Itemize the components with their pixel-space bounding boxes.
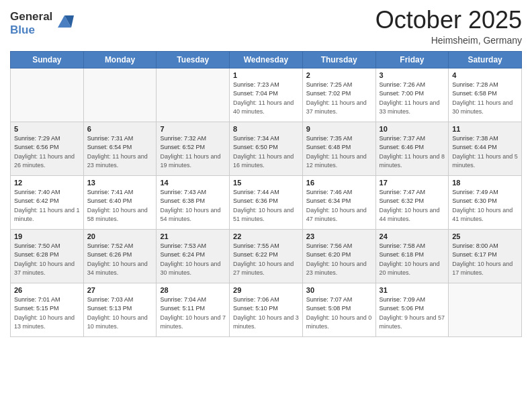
day-info: Sunrise: 7:28 AMSunset: 6:58 PMDaylight:… bbox=[452, 81, 518, 117]
day-number: 29 bbox=[233, 286, 299, 294]
day-header-monday: Monday bbox=[83, 51, 157, 68]
day-info: Sunrise: 7:37 AMSunset: 6:46 PMDaylight:… bbox=[380, 134, 445, 171]
day-number: 24 bbox=[380, 232, 445, 240]
logo-line1: General bbox=[10, 10, 52, 24]
day-header-saturday: Saturday bbox=[449, 51, 522, 68]
day-number: 4 bbox=[452, 71, 518, 79]
day-number: 11 bbox=[452, 125, 518, 133]
day-number: 7 bbox=[160, 125, 226, 133]
calendar-cell bbox=[11, 68, 84, 122]
calendar-cell: 29Sunrise: 7:06 AMSunset: 5:10 PMDayligh… bbox=[230, 283, 303, 336]
calendar-cell: 2Sunrise: 7:25 AMSunset: 7:02 PMDaylight… bbox=[302, 68, 375, 122]
day-number: 8 bbox=[233, 125, 299, 133]
day-info: Sunrise: 7:23 AMSunset: 7:04 PMDaylight:… bbox=[233, 81, 299, 117]
calendar-cell: 25Sunrise: 8:00 AMSunset: 6:17 PMDayligh… bbox=[449, 229, 522, 283]
day-number: 16 bbox=[306, 179, 372, 187]
calendar-table: SundayMondayTuesdayWednesdayThursdayFrid… bbox=[10, 51, 522, 337]
day-number: 23 bbox=[306, 232, 372, 240]
calendar-cell: 21Sunrise: 7:53 AMSunset: 6:24 PMDayligh… bbox=[157, 229, 230, 283]
calendar-cell: 12Sunrise: 7:40 AMSunset: 6:42 PMDayligh… bbox=[11, 175, 84, 229]
day-info: Sunrise: 7:44 AMSunset: 6:36 PMDaylight:… bbox=[233, 188, 299, 224]
day-number: 27 bbox=[87, 286, 153, 294]
day-info: Sunrise: 7:32 AMSunset: 6:52 PMDaylight:… bbox=[160, 134, 226, 171]
header: General Blue October 2025 Heimsheim, Ger… bbox=[10, 7, 522, 46]
calendar-page: General Blue October 2025 Heimsheim, Ger… bbox=[0, 0, 532, 411]
calendar-cell bbox=[83, 68, 157, 122]
calendar-cell: 30Sunrise: 7:07 AMSunset: 5:08 PMDayligh… bbox=[302, 283, 375, 336]
day-info: Sunrise: 7:50 AMSunset: 6:28 PMDaylight:… bbox=[14, 242, 80, 278]
day-info: Sunrise: 7:07 AMSunset: 5:08 PMDaylight:… bbox=[306, 295, 372, 332]
day-number: 5 bbox=[14, 125, 80, 133]
calendar-cell: 23Sunrise: 7:56 AMSunset: 6:20 PMDayligh… bbox=[302, 229, 375, 283]
calendar-subtitle: Heimsheim, Germany bbox=[375, 35, 522, 46]
calendar-cell: 1Sunrise: 7:23 AMSunset: 7:04 PMDaylight… bbox=[230, 68, 303, 122]
day-number: 6 bbox=[87, 125, 153, 133]
calendar-cell: 27Sunrise: 7:03 AMSunset: 5:13 PMDayligh… bbox=[83, 283, 157, 336]
calendar-cell bbox=[157, 68, 230, 122]
day-number: 1 bbox=[233, 71, 299, 79]
calendar-cell: 6Sunrise: 7:31 AMSunset: 6:54 PMDaylight… bbox=[83, 122, 157, 175]
day-info: Sunrise: 7:47 AMSunset: 6:32 PMDaylight:… bbox=[380, 188, 445, 224]
calendar-cell: 19Sunrise: 7:50 AMSunset: 6:28 PMDayligh… bbox=[11, 229, 84, 283]
day-info: Sunrise: 7:56 AMSunset: 6:20 PMDaylight:… bbox=[306, 242, 372, 278]
week-row-3: 12Sunrise: 7:40 AMSunset: 6:42 PMDayligh… bbox=[11, 175, 522, 229]
day-info: Sunrise: 7:25 AMSunset: 7:02 PMDaylight:… bbox=[306, 81, 372, 117]
calendar-cell: 17Sunrise: 7:47 AMSunset: 6:32 PMDayligh… bbox=[375, 175, 449, 229]
calendar-cell: 22Sunrise: 7:55 AMSunset: 6:22 PMDayligh… bbox=[230, 229, 303, 283]
calendar-cell: 3Sunrise: 7:26 AMSunset: 7:00 PMDaylight… bbox=[375, 68, 449, 122]
calendar-cell: 5Sunrise: 7:29 AMSunset: 6:56 PMDaylight… bbox=[11, 122, 84, 175]
day-info: Sunrise: 8:00 AMSunset: 6:17 PMDaylight:… bbox=[452, 242, 518, 278]
day-number: 12 bbox=[14, 179, 80, 187]
day-info: Sunrise: 7:46 AMSunset: 6:34 PMDaylight:… bbox=[306, 188, 372, 224]
calendar-cell: 11Sunrise: 7:38 AMSunset: 6:44 PMDayligh… bbox=[449, 122, 522, 175]
day-info: Sunrise: 7:43 AMSunset: 6:38 PMDaylight:… bbox=[160, 188, 226, 224]
day-info: Sunrise: 7:52 AMSunset: 6:26 PMDaylight:… bbox=[87, 242, 153, 278]
day-number: 26 bbox=[14, 286, 80, 294]
day-info: Sunrise: 7:31 AMSunset: 6:54 PMDaylight:… bbox=[87, 134, 153, 171]
day-number: 18 bbox=[452, 179, 518, 187]
day-info: Sunrise: 7:53 AMSunset: 6:24 PMDaylight:… bbox=[160, 242, 226, 278]
day-number: 28 bbox=[160, 286, 226, 294]
calendar-cell: 15Sunrise: 7:44 AMSunset: 6:36 PMDayligh… bbox=[230, 175, 303, 229]
calendar-cell: 4Sunrise: 7:28 AMSunset: 6:58 PMDaylight… bbox=[449, 68, 522, 122]
day-number: 2 bbox=[306, 71, 372, 79]
day-header-thursday: Thursday bbox=[302, 51, 375, 68]
logo: General Blue bbox=[10, 10, 74, 36]
week-row-4: 19Sunrise: 7:50 AMSunset: 6:28 PMDayligh… bbox=[11, 229, 522, 283]
logo-content: General Blue bbox=[10, 10, 74, 36]
calendar-cell bbox=[449, 283, 522, 336]
days-header-row: SundayMondayTuesdayWednesdayThursdayFrid… bbox=[11, 51, 522, 68]
logo-icon bbox=[55, 13, 74, 33]
day-number: 25 bbox=[452, 232, 518, 240]
week-row-1: 1Sunrise: 7:23 AMSunset: 7:04 PMDaylight… bbox=[11, 68, 522, 122]
day-info: Sunrise: 7:04 AMSunset: 5:11 PMDaylight:… bbox=[160, 295, 226, 332]
day-number: 21 bbox=[160, 232, 226, 240]
calendar-cell: 10Sunrise: 7:37 AMSunset: 6:46 PMDayligh… bbox=[375, 122, 449, 175]
day-info: Sunrise: 7:34 AMSunset: 6:50 PMDaylight:… bbox=[233, 134, 299, 171]
day-info: Sunrise: 7:09 AMSunset: 5:06 PMDaylight:… bbox=[380, 295, 445, 332]
day-header-sunday: Sunday bbox=[11, 51, 84, 68]
calendar-cell: 26Sunrise: 7:01 AMSunset: 5:15 PMDayligh… bbox=[11, 283, 84, 336]
day-info: Sunrise: 7:41 AMSunset: 6:40 PMDaylight:… bbox=[87, 188, 153, 224]
day-number: 20 bbox=[87, 232, 153, 240]
calendar-cell: 9Sunrise: 7:35 AMSunset: 6:48 PMDaylight… bbox=[302, 122, 375, 175]
day-number: 13 bbox=[87, 179, 153, 187]
week-row-2: 5Sunrise: 7:29 AMSunset: 6:56 PMDaylight… bbox=[11, 122, 522, 175]
day-header-wednesday: Wednesday bbox=[230, 51, 303, 68]
day-number: 3 bbox=[380, 71, 445, 79]
calendar-cell: 13Sunrise: 7:41 AMSunset: 6:40 PMDayligh… bbox=[83, 175, 157, 229]
day-number: 17 bbox=[380, 179, 445, 187]
day-header-friday: Friday bbox=[375, 51, 449, 68]
day-number: 9 bbox=[306, 125, 372, 133]
title-block: October 2025 Heimsheim, Germany bbox=[375, 7, 522, 46]
day-info: Sunrise: 7:58 AMSunset: 6:18 PMDaylight:… bbox=[380, 242, 445, 278]
day-number: 14 bbox=[160, 179, 226, 187]
day-info: Sunrise: 7:26 AMSunset: 7:00 PMDaylight:… bbox=[380, 81, 445, 117]
day-info: Sunrise: 7:38 AMSunset: 6:44 PMDaylight:… bbox=[452, 134, 518, 171]
logo-line2: Blue bbox=[10, 24, 52, 37]
calendar-cell: 14Sunrise: 7:43 AMSunset: 6:38 PMDayligh… bbox=[157, 175, 230, 229]
calendar-cell: 16Sunrise: 7:46 AMSunset: 6:34 PMDayligh… bbox=[302, 175, 375, 229]
day-info: Sunrise: 7:03 AMSunset: 5:13 PMDaylight:… bbox=[87, 295, 153, 332]
day-info: Sunrise: 7:55 AMSunset: 6:22 PMDaylight:… bbox=[233, 242, 299, 278]
week-row-5: 26Sunrise: 7:01 AMSunset: 5:15 PMDayligh… bbox=[11, 283, 522, 336]
